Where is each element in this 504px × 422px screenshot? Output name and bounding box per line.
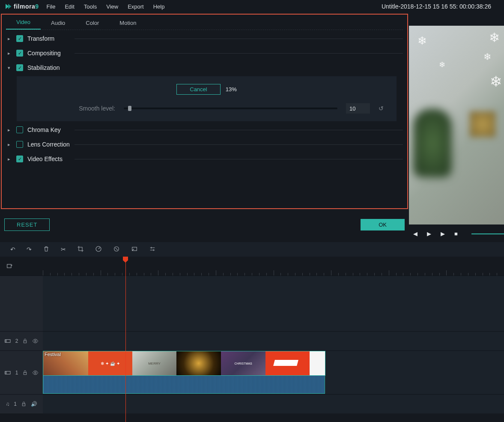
section-stabilization[interactable]: ▾ ✓ Stabilization (6, 62, 403, 74)
play-button[interactable]: ▶ (441, 230, 445, 237)
color-icon[interactable] (113, 245, 120, 254)
chevron-down-icon[interactable]: ▾ (6, 65, 12, 71)
panel-buttons: RESET OK (1, 209, 408, 231)
redo-icon[interactable]: ↷ (27, 246, 32, 253)
top-menu-bar: filmora9 File Edit Tools View Export Hel… (0, 0, 504, 13)
chevron-right-icon[interactable]: ▸ (6, 51, 12, 56)
split-icon[interactable]: ✂ (61, 246, 66, 253)
eye-icon[interactable] (32, 369, 39, 376)
checkbox-stabilization[interactable]: ✓ (16, 64, 23, 71)
track-body-a1[interactable] (43, 395, 504, 413)
snowflake-icon: ❄ (418, 34, 427, 48)
video-properties-panel: Video Audio Color Motion ▸ ✓ Transform ▸… (1, 14, 408, 209)
time-ruler[interactable]: 00:00:00:00 00:00:08:10 00:00:16:20 00:0… (0, 257, 504, 275)
next-frame-button[interactable]: ▶ (427, 230, 431, 237)
chevron-right-icon[interactable]: ▸ (6, 142, 12, 147)
adjust-icon[interactable] (149, 245, 156, 254)
undo-icon[interactable]: ↶ (10, 246, 15, 253)
chevron-right-icon[interactable]: ▸ (6, 36, 12, 42)
smooth-level-label: Smooth level: (30, 105, 115, 112)
track-head-empty (0, 276, 43, 331)
track-head-v2[interactable]: 2 (0, 332, 43, 350)
tab-color[interactable]: Color (75, 16, 109, 30)
menu-tools[interactable]: Tools (84, 3, 97, 10)
project-title: Untitle-2018-12-15 15 16 55: 00:00:38:26 (382, 3, 500, 10)
track-empty (0, 275, 504, 331)
section-compositing[interactable]: ▸ ✓ Compositing (6, 47, 403, 59)
section-video-effects[interactable]: ▸ ✓ Video Effects (6, 153, 403, 165)
checkbox-chroma-key[interactable] (16, 126, 23, 133)
section-lens-correction[interactable]: ▸ Lens Correction (6, 138, 403, 150)
compositing-label: Compositing (27, 50, 61, 57)
section-chroma-key[interactable]: ▸ Chroma Key (6, 124, 403, 136)
ok-button[interactable]: OK (361, 219, 405, 230)
clip-thumb[interactable] (132, 351, 176, 375)
crop-icon[interactable] (77, 245, 84, 254)
preview-pane: ❄ ❄ ❄ ❄ ❄ ◀ ▶ ▶ ■ (409, 13, 504, 242)
svg-rect-5 (24, 341, 27, 343)
checkbox-compositing[interactable]: ✓ (16, 50, 23, 57)
chevron-right-icon[interactable]: ▸ (6, 156, 12, 162)
clip-thumb[interactable] (176, 351, 221, 375)
checkbox-transform[interactable]: ✓ (16, 35, 23, 42)
tab-audio[interactable]: Audio (41, 16, 75, 30)
volume-slider[interactable] (471, 233, 504, 234)
lock-icon[interactable] (22, 338, 28, 344)
app-name: filmora9 (14, 3, 39, 10)
clip-thumb[interactable] (265, 351, 310, 375)
track-head-v1[interactable]: 1 (0, 351, 43, 394)
menu-view[interactable]: View (106, 3, 118, 10)
menu-edit[interactable]: Edit (65, 3, 74, 10)
reset-button[interactable]: RESET (4, 218, 50, 231)
speaker-icon[interactable]: 🔊 (31, 401, 37, 407)
eye-icon[interactable] (32, 338, 39, 344)
tab-motion[interactable]: Motion (109, 16, 146, 30)
checkbox-video-effects[interactable]: ✓ (16, 156, 23, 162)
playhead[interactable] (125, 257, 126, 422)
track-video-2: 2 (0, 331, 504, 350)
track-body-v2[interactable] (43, 332, 504, 350)
stabilization-body: Cancel 13% Smooth level: 10 ↺ (17, 76, 397, 121)
speed-icon[interactable] (95, 245, 102, 254)
stop-button[interactable]: ■ (454, 230, 458, 237)
property-tabs: Video Audio Color Motion (6, 16, 403, 30)
track-video-1: 1 Festival (0, 350, 504, 394)
section-transform[interactable]: ▸ ✓ Transform (6, 33, 403, 45)
reset-icon[interactable]: ↺ (379, 105, 384, 112)
audio-track-icon: ♫ (6, 401, 9, 407)
track-body-v1[interactable]: Festival (43, 351, 504, 394)
tab-video[interactable]: Video (6, 15, 41, 30)
filmora-logo-icon (4, 3, 12, 10)
green-screen-icon[interactable] (131, 245, 138, 254)
menu-help[interactable]: Help (153, 3, 165, 10)
track-number: 1 (15, 370, 18, 376)
chevron-right-icon[interactable]: ▸ (6, 127, 12, 133)
smooth-level-value[interactable]: 10 (346, 103, 370, 114)
snowflake-icon: ❄ (490, 73, 502, 90)
track-head-a1[interactable]: ♫ 1 🔊 (0, 395, 43, 413)
menu-file[interactable]: File (46, 3, 55, 10)
clip-thumb[interactable] (310, 351, 325, 375)
main-menu: File Edit Tools View Export Help (46, 3, 164, 10)
video-clip[interactable] (43, 351, 325, 376)
menu-export[interactable]: Export (128, 3, 144, 10)
cancel-button[interactable]: Cancel (176, 84, 220, 95)
video-track-icon (4, 369, 11, 376)
smooth-level-slider[interactable] (124, 108, 337, 109)
delete-icon[interactable] (43, 245, 50, 254)
clip-thumb[interactable] (221, 351, 265, 375)
lock-icon[interactable] (21, 401, 27, 407)
stabilization-progress: 13% (226, 86, 237, 93)
prev-frame-button[interactable]: ◀ (413, 230, 418, 237)
snowflake-icon: ❄ (439, 60, 445, 69)
playhead-handle[interactable] (123, 257, 128, 263)
lock-icon[interactable] (22, 369, 28, 376)
checkbox-lens-correction[interactable] (16, 141, 23, 148)
audio-waveform[interactable] (43, 376, 325, 394)
track-body-empty[interactable] (43, 276, 504, 331)
video-track-icon (4, 338, 11, 344)
snowflake-icon: ❄ (489, 30, 500, 45)
add-marker-icon[interactable] (6, 263, 13, 271)
slider-thumb[interactable] (128, 106, 131, 111)
svg-rect-10 (22, 404, 25, 406)
